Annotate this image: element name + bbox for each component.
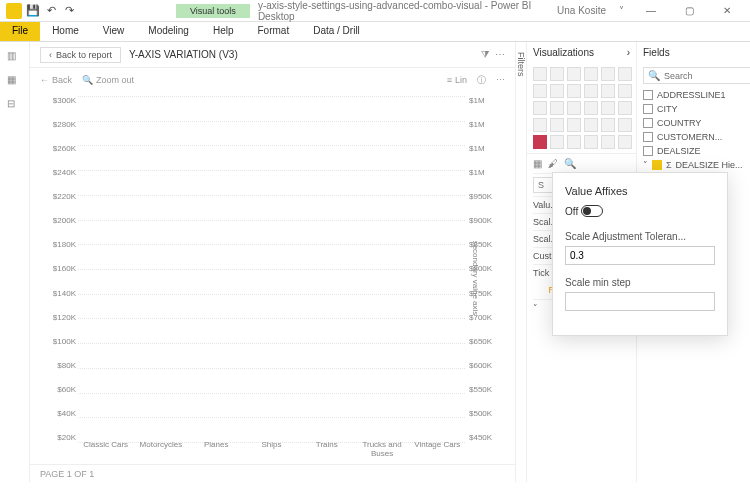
viz-type-icon[interactable] (567, 101, 581, 115)
maximize-button[interactable]: ▢ (674, 5, 704, 16)
fields-search-input[interactable] (664, 71, 750, 81)
format-tab-icon[interactable]: 🖌 (548, 158, 558, 169)
minimize-button[interactable]: — (636, 5, 666, 16)
viz-type-icon[interactable] (601, 118, 615, 132)
chevron-down-icon[interactable]: ˅ (533, 303, 538, 313)
viz-type-icon[interactable] (550, 101, 564, 115)
viz-type-icon[interactable] (618, 135, 632, 149)
value-affixes-toggle[interactable]: Off (565, 205, 715, 217)
save-icon[interactable]: 💾 (26, 4, 40, 18)
tab-format[interactable]: Format (245, 22, 301, 41)
viz-type-icon[interactable] (618, 118, 632, 132)
chart-back-button[interactable]: ← Back (40, 75, 72, 85)
viz-type-icon[interactable] (533, 67, 547, 81)
report-view-icon[interactable]: ▥ (7, 50, 23, 66)
viz-type-icon[interactable] (584, 118, 598, 132)
chevron-right-icon[interactable]: › (627, 47, 630, 58)
tab-file[interactable]: File (0, 22, 40, 41)
viz-type-icon[interactable] (618, 67, 632, 81)
visual-title: Y-AXIS VARIATION (V3) (129, 49, 238, 60)
viz-type-icon[interactable] (584, 101, 598, 115)
visualizations-header: Visualizations (533, 47, 594, 58)
viz-type-icon[interactable] (533, 101, 547, 115)
viz-type-icon[interactable] (584, 84, 598, 98)
viz-type-icon[interactable] (550, 67, 564, 81)
viz-type-icon[interactable] (533, 84, 547, 98)
viz-type-icon[interactable] (533, 135, 547, 149)
chevron-down-icon[interactable]: ˅ (614, 4, 628, 18)
viz-type-icon[interactable] (550, 135, 564, 149)
lin-toggle[interactable]: ≡ Lin (447, 75, 467, 85)
value-affixes-label: Value Affixes (565, 185, 715, 197)
chart-more-icon[interactable]: ⋯ (496, 75, 505, 85)
page-indicator: PAGE 1 OF 1 (40, 469, 94, 479)
tab-modeling[interactable]: Modeling (136, 22, 201, 41)
zoom-out-button[interactable]: 🔍 Zoom out (82, 75, 134, 85)
filters-pane-collapsed[interactable]: Filters (516, 42, 527, 482)
field-item[interactable]: CITY (643, 102, 750, 116)
analytics-tab-icon[interactable]: 🔍 (564, 158, 576, 169)
search-icon: 🔍 (648, 70, 660, 81)
user-name[interactable]: Una Kosite (557, 5, 606, 16)
viz-type-icon[interactable] (567, 135, 581, 149)
chart-plot-area[interactable] (78, 96, 465, 442)
scale-tolerance-label: Scale Adjustment Toleran... (565, 231, 715, 242)
viz-type-icon[interactable] (550, 84, 564, 98)
field-item[interactable]: DEALSIZE (643, 144, 750, 158)
field-item[interactable]: COUNTRY (643, 116, 750, 130)
tab-home[interactable]: Home (40, 22, 91, 41)
scale-min-step-input[interactable] (565, 292, 715, 311)
viz-type-icon[interactable] (550, 118, 564, 132)
viz-type-icon[interactable] (601, 67, 615, 81)
viz-type-icon[interactable] (584, 67, 598, 81)
tab-help[interactable]: Help (201, 22, 246, 41)
viz-type-icon[interactable] (601, 135, 615, 149)
model-view-icon[interactable]: ⊟ (7, 98, 23, 114)
more-menu-icon[interactable]: ⋯ (495, 49, 505, 61)
app-icon (6, 3, 22, 19)
viz-type-icon[interactable] (618, 101, 632, 115)
contextual-tab-visual-tools[interactable]: Visual tools (176, 4, 250, 18)
fields-tab-icon[interactable]: ▦ (533, 158, 542, 169)
field-item[interactable]: CUSTOMERN... (643, 130, 750, 144)
tab-view[interactable]: View (91, 22, 137, 41)
fields-header: Fields (643, 47, 670, 58)
back-to-report-button[interactable]: ‹Back to report (40, 47, 121, 63)
y-axis-left: $300K$280K$260K$240K$220K$200K$180K$160K… (36, 96, 76, 442)
value-affixes-popup: Value Affixes Off Scale Adjustment Toler… (552, 172, 728, 336)
window-title: y-axis-style-settings-using-advanced-com… (250, 0, 557, 22)
viz-type-icon[interactable] (567, 84, 581, 98)
x-axis: Classic CarsMotorcyclesPlanesShipsTrains… (78, 440, 465, 458)
filter-icon[interactable]: ⧩ (481, 49, 489, 61)
scale-min-step-label: Scale min step (565, 277, 715, 288)
y-axis-right-label: secondary value axis (471, 241, 480, 316)
redo-icon[interactable]: ↷ (62, 4, 76, 18)
viz-type-icon[interactable] (567, 118, 581, 132)
tab-data-drill[interactable]: Data / Drill (301, 22, 372, 41)
viz-type-icon[interactable] (567, 67, 581, 81)
undo-icon[interactable]: ↶ (44, 4, 58, 18)
viz-type-icon[interactable] (584, 135, 598, 149)
close-button[interactable]: ✕ (712, 5, 742, 16)
viz-type-icon[interactable] (618, 84, 632, 98)
scale-tolerance-input[interactable] (565, 246, 715, 265)
data-view-icon[interactable]: ▦ (7, 74, 23, 90)
viz-type-icon[interactable] (601, 84, 615, 98)
chevron-left-icon: ‹ (49, 50, 52, 60)
info-icon[interactable]: ⓘ (477, 74, 486, 87)
viz-type-icon[interactable] (601, 101, 615, 115)
field-item[interactable]: ˅ΣDEALSIZE Hie... (643, 158, 750, 172)
viz-type-icon[interactable] (533, 118, 547, 132)
field-item[interactable]: ADDRESSLINE1 (643, 88, 750, 102)
